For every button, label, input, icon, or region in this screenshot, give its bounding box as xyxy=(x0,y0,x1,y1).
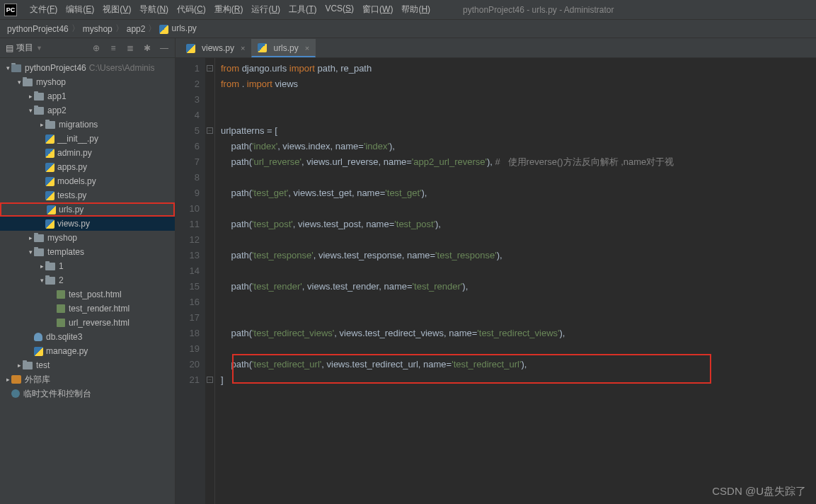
code-line-1[interactable]: from django.urls import path, re_path xyxy=(221,61,816,76)
menu-运行[interactable]: 运行(U) xyxy=(247,4,285,16)
project-panel-title: 项目 xyxy=(16,42,33,54)
code-line-8[interactable] xyxy=(221,170,816,185)
fold-column: −−− xyxy=(205,58,215,504)
code-line-10[interactable] xyxy=(221,201,816,217)
sidebar-header: ▤ 项目 ▼ ⊕ ≡ ≣ ✱ — xyxy=(0,38,175,58)
project-tree[interactable]: ▾pythonProject46C:\Users\Adminis▾myshop▸… xyxy=(0,58,175,504)
dropdown-icon[interactable]: ▼ xyxy=(36,45,42,52)
editor-area: views.py×urls.py× 1234567891011121314151… xyxy=(176,38,816,504)
tree-item-test_render.html[interactable]: test_render.html xyxy=(0,302,175,316)
code-line-12[interactable] xyxy=(221,232,816,248)
crumb-1[interactable]: myshop xyxy=(83,24,113,34)
locate-icon[interactable]: ⊕ xyxy=(91,43,101,53)
tree-item-2[interactable]: ▾2 xyxy=(0,273,175,287)
tree-item-test[interactable]: ▸test xyxy=(0,358,175,372)
menu-工具[interactable]: 工具(T) xyxy=(285,4,321,16)
tree-item-admin.py[interactable]: admin.py xyxy=(0,146,175,160)
menu-重构[interactable]: 重构(R) xyxy=(210,4,248,16)
code-line-21[interactable]: ] xyxy=(221,372,816,388)
code-content[interactable]: from django.urls import path, re_pathfro… xyxy=(215,58,816,504)
fold-mark[interactable]: − xyxy=(207,377,213,383)
crumb-0[interactable]: pythonProject46 xyxy=(7,24,69,34)
code-line-13[interactable]: path('test_response', views.test_respons… xyxy=(221,248,816,263)
tab-close-icon[interactable]: × xyxy=(305,44,309,52)
code-line-14[interactable] xyxy=(221,263,816,279)
menu-帮助[interactable]: 帮助(H) xyxy=(397,4,435,16)
tree-item-app2[interactable]: ▾app2 xyxy=(0,103,175,118)
project-panel-icon: ▤ xyxy=(6,43,13,53)
tab-urls.py[interactable]: urls.py× xyxy=(251,39,316,57)
code-line-18[interactable]: path('test_redirect_views', views.test_r… xyxy=(221,326,816,341)
tree-item-templates[interactable]: ▾templates xyxy=(0,245,175,259)
title-bar: PC 文件(F)编辑(E)视图(V)导航(N)代码(C)重构(R)运行(U)工具… xyxy=(0,0,816,20)
tree-item-myshop[interactable]: ▸myshop xyxy=(0,231,175,245)
tree-item-pythonProject46[interactable]: ▾pythonProject46C:\Users\Adminis xyxy=(0,61,175,75)
tree-item-__init__.py[interactable]: __init__.py xyxy=(0,132,175,146)
tree-item-manage.py[interactable]: manage.py xyxy=(0,344,175,358)
code-line-3[interactable] xyxy=(221,92,816,108)
main-menu: 文件(F)编辑(E)视图(V)导航(N)代码(C)重构(R)运行(U)工具(T)… xyxy=(25,4,435,16)
code-line-16[interactable] xyxy=(221,294,816,310)
breadcrumbs: pythonProject46〉myshop〉app2〉urls.py xyxy=(7,23,197,35)
fold-mark[interactable]: − xyxy=(207,65,213,71)
app-icon: PC xyxy=(4,4,17,16)
tree-item-views.py[interactable]: views.py xyxy=(0,217,175,231)
code-line-15[interactable]: path('test_render', views.test_render, n… xyxy=(221,279,816,294)
crumb-sep: 〉 xyxy=(115,23,124,35)
tree-item-临时文件和控制台[interactable]: 临时文件和控制台 xyxy=(0,386,175,401)
code-line-2[interactable]: from . import views xyxy=(221,76,816,92)
code-line-6[interactable]: path('index', views.index, name='index')… xyxy=(221,139,816,154)
menu-代码[interactable]: 代码(C) xyxy=(173,4,210,16)
project-sidebar: ▤ 项目 ▼ ⊕ ≡ ≣ ✱ — ▾pythonProject46C:\User… xyxy=(0,38,176,504)
line-gutter: 123456789101112131415161718192021 xyxy=(176,58,205,504)
menu-视图[interactable]: 视图(V) xyxy=(98,4,135,16)
code-line-7[interactable]: path('url_reverse', views.url_reverse, n… xyxy=(221,154,816,170)
tree-item-test_post.html[interactable]: test_post.html xyxy=(0,287,175,302)
crumb-sep: 〉 xyxy=(148,23,156,35)
tree-item-urls.py[interactable]: urls.py xyxy=(0,202,175,217)
code-editor[interactable]: 123456789101112131415161718192021 −−− fr… xyxy=(176,58,816,504)
tree-item-db.sqlite3[interactable]: db.sqlite3 xyxy=(0,330,175,344)
settings-icon[interactable]: ✱ xyxy=(142,43,152,53)
tree-item-myshop[interactable]: ▾myshop xyxy=(0,75,175,89)
hide-icon[interactable]: — xyxy=(159,43,169,53)
crumb-2[interactable]: app2 xyxy=(127,24,146,34)
code-line-11[interactable]: path('test_post', views.test_post, name=… xyxy=(221,217,816,232)
code-line-9[interactable]: path('test_get', views.test_get, name='t… xyxy=(221,185,816,201)
tree-item-tests.py[interactable]: tests.py xyxy=(0,188,175,202)
editor-tabs: views.py×urls.py× xyxy=(176,38,816,58)
tree-item-apps.py[interactable]: apps.py xyxy=(0,160,175,174)
code-line-19[interactable] xyxy=(221,341,816,357)
tree-item-外部库[interactable]: ▸外部库 xyxy=(0,372,175,386)
code-line-17[interactable] xyxy=(221,310,816,326)
tree-item-url_reverse.html[interactable]: url_reverse.html xyxy=(0,316,175,330)
tree-item-models.py[interactable]: models.py xyxy=(0,174,175,188)
code-line-5[interactable]: urlpatterns = [ xyxy=(221,123,816,139)
tree-item-app1[interactable]: ▸app1 xyxy=(0,89,175,103)
menu-编辑[interactable]: 编辑(E) xyxy=(62,4,98,16)
window-title: pythonProject46 - urls.py - Administrato… xyxy=(463,5,614,15)
menu-导航[interactable]: 导航(N) xyxy=(135,4,173,16)
expand-icon[interactable]: ≡ xyxy=(108,43,118,53)
menu-窗口[interactable]: 窗口(W) xyxy=(358,4,397,16)
tab-close-icon[interactable]: × xyxy=(241,44,245,52)
code-line-20[interactable]: path('test_redirect_url', views.test_red… xyxy=(221,357,816,372)
collapse-icon[interactable]: ≣ xyxy=(125,43,135,53)
tab-views.py[interactable]: views.py× xyxy=(180,39,251,57)
menu-文件[interactable]: 文件(F) xyxy=(25,4,62,16)
fold-mark[interactable]: − xyxy=(207,127,213,134)
breadcrumb-bar: pythonProject46〉myshop〉app2〉urls.py xyxy=(0,20,816,38)
menu-VCS[interactable]: VCS(S) xyxy=(321,4,358,16)
code-line-4[interactable] xyxy=(221,108,816,123)
crumb-3[interactable]: urls.py xyxy=(159,23,196,33)
crumb-sep: 〉 xyxy=(71,23,80,35)
tree-item-1[interactable]: ▸1 xyxy=(0,259,175,273)
tree-item-migrations[interactable]: ▸migrations xyxy=(0,118,175,132)
